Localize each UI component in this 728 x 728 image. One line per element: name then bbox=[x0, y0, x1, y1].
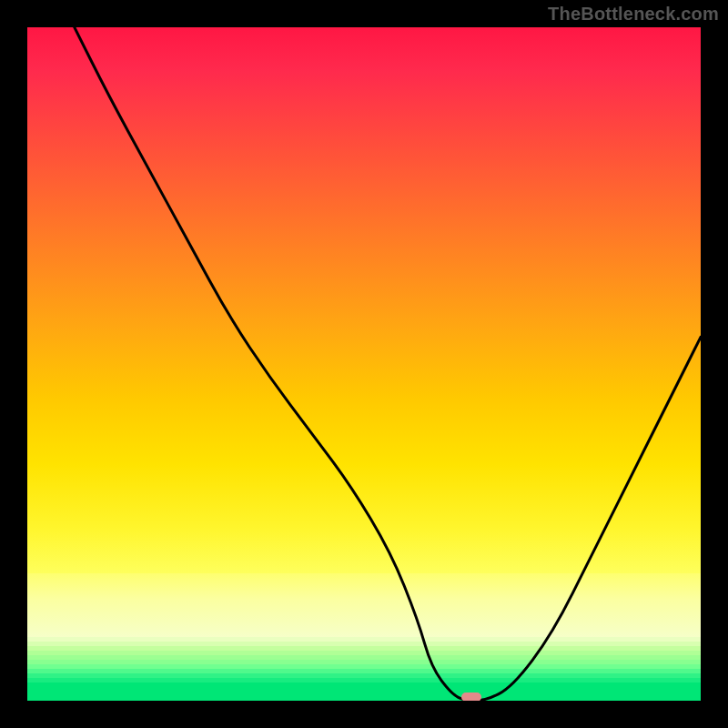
chart-frame: TheBottleneck.com bbox=[0, 0, 728, 728]
plot-area bbox=[27, 27, 701, 701]
bottleneck-curve bbox=[27, 27, 701, 701]
watermark-text: TheBottleneck.com bbox=[548, 4, 719, 25]
minimum-marker bbox=[461, 693, 481, 701]
